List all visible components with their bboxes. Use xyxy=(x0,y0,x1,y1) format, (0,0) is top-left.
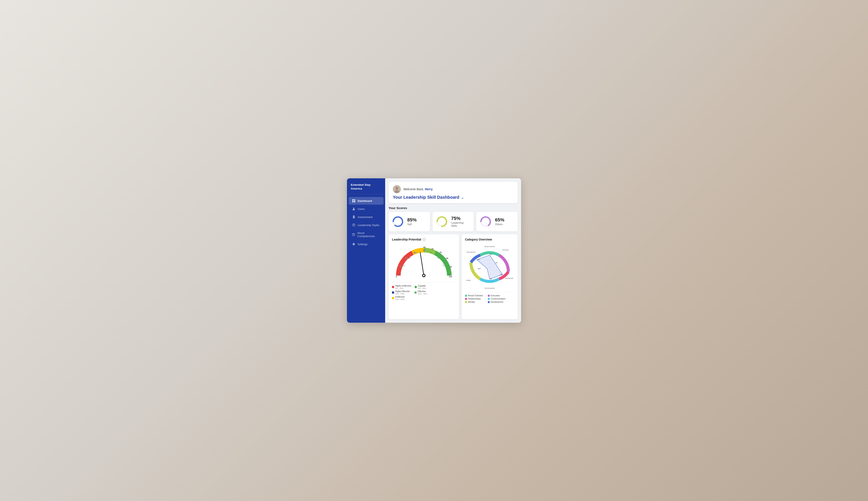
users-icon xyxy=(352,207,356,211)
legend-range: 0% - 20% xyxy=(395,287,403,289)
cat-legend-item: Result Oriented xyxy=(465,295,485,297)
svg-text:30: 30 xyxy=(414,252,416,254)
svg-point-15 xyxy=(393,217,403,226)
sidebar-item-dashboard[interactable]: Dashboard xyxy=(349,197,383,205)
legend-label: Highly Ineffective xyxy=(395,285,411,287)
legend-range: 21% - 40% xyxy=(417,293,427,295)
svg-text:Development: Development xyxy=(466,251,475,253)
donut-self xyxy=(392,216,404,227)
svg-text:20: 20 xyxy=(405,257,407,259)
sidebar-item-assessment[interactable]: Assessment xyxy=(349,213,383,221)
welcome-text: Welcome Back, Herry xyxy=(403,188,433,191)
cat-legend-item: Execution xyxy=(488,295,508,297)
sidebar-item-users[interactable]: Users xyxy=(349,205,383,213)
svg-text:10: 10 xyxy=(399,265,402,267)
sidebar-item-label-dashboard: Dashboard xyxy=(358,199,372,203)
cat-legend-label: Identity xyxy=(468,301,475,303)
score-card-leadership_skills: 75% Leadership Skills xyxy=(433,212,474,231)
leadership_styles-icon xyxy=(352,223,356,227)
svg-marker-53 xyxy=(477,255,502,279)
dashboard-icon xyxy=(352,199,356,203)
score-percent-others: 65% xyxy=(495,217,504,222)
svg-text:90: 90 xyxy=(450,266,452,268)
svg-text:Communication: Communication xyxy=(485,287,495,289)
legend-label: Capable xyxy=(418,285,426,287)
svg-text:80: 80 xyxy=(478,258,480,260)
svg-text:20: 20 xyxy=(490,278,492,280)
avatar xyxy=(393,185,401,193)
category-overview-panel: Category Overview xyxy=(462,234,518,319)
svg-text:0: 0 xyxy=(396,276,397,278)
main-content: Welcome Back, Herry Your Leadership Skil… xyxy=(385,178,521,323)
legend-item: Ineffective 21% - 40% xyxy=(392,296,411,300)
scores-row: 85% Self 75% Leadership Skills 65% Other… xyxy=(389,212,518,231)
header-card: Welcome Back, Herry Your Leadership Skil… xyxy=(389,182,518,203)
svg-text:80: 80 xyxy=(490,253,492,255)
svg-text:Identity: Identity xyxy=(466,280,470,281)
sidebar-item-label-leadership_styles: Leadership Styles xyxy=(358,224,379,227)
legend-dot xyxy=(392,286,394,288)
legend-range: 21% - 40% xyxy=(395,293,404,295)
svg-text:Result Oriented: Result Oriented xyxy=(485,246,495,247)
app-container: Extended Stay America DashboardUsersAsse… xyxy=(347,178,521,323)
legend-label: Ineffective xyxy=(395,296,405,298)
cat-legend-label: Development xyxy=(491,301,503,303)
svg-text:Relationships: Relationships xyxy=(505,277,513,279)
legend-item: Highly Effective 21% - 40% xyxy=(392,290,411,295)
leadership-potential-panel: Leadership Potential i xyxy=(389,234,459,319)
legend-dot xyxy=(415,286,417,288)
score-label-others: Others xyxy=(495,223,504,226)
scores-section: Your Scores 85% Self 75% Leadership Skil… xyxy=(389,206,518,231)
cat-legend-dot xyxy=(465,298,467,300)
scores-label: Your Scores xyxy=(389,206,518,210)
svg-text:80: 80 xyxy=(446,257,448,259)
svg-text:45: 45 xyxy=(496,262,497,264)
dashboard-title-row[interactable]: Your Leadership Skill Dashboard ⌄ xyxy=(393,195,514,200)
svg-point-7 xyxy=(353,224,354,225)
svg-rect-1 xyxy=(354,199,355,201)
svg-rect-0 xyxy=(352,199,353,201)
cat-legend-dot xyxy=(465,301,467,303)
sidebar-item-settings[interactable]: Settings xyxy=(349,240,383,248)
cat-legend-dot xyxy=(488,298,490,300)
cat-legend-dot xyxy=(488,295,490,297)
dashboard-title: Your Leadership Skill Dashboard xyxy=(393,195,459,200)
score-percent-leadership_skills: 75% xyxy=(451,216,470,221)
legend-label: Effective xyxy=(417,290,426,292)
welcome-username: Herry xyxy=(425,188,433,191)
svg-text:100: 100 xyxy=(478,268,481,270)
svg-point-12 xyxy=(395,187,398,190)
cat-legend-label: Result Oriented xyxy=(468,295,483,297)
cat-legend-item: Relationships xyxy=(465,298,485,300)
sidebar-item-about_competencies[interactable]: About Competencies xyxy=(349,229,383,240)
cat-legend-dot xyxy=(488,301,490,303)
category-legend: Result Oriented Execution Relationships … xyxy=(465,292,514,303)
info-icon[interactable]: i xyxy=(423,238,426,241)
legend-dot xyxy=(392,297,394,299)
bottom-panels: Leadership Potential i xyxy=(389,234,518,319)
cat-legend-item: Communication xyxy=(488,298,508,300)
cat-legend-item: Identity xyxy=(465,301,485,303)
chevron-down-icon[interactable]: ⌄ xyxy=(461,195,464,200)
legend-dot xyxy=(392,291,394,294)
category-overview-title: Category Overview xyxy=(465,238,514,241)
score-card-others: 65% Others xyxy=(476,212,518,231)
leadership-potential-title-text: Leadership Potential xyxy=(392,238,421,241)
sidebar-item-label-users: Users xyxy=(358,207,365,211)
category-overview-title-text: Category Overview xyxy=(465,238,492,241)
svg-line-40 xyxy=(420,253,424,276)
sidebar-item-label-settings: Settings xyxy=(358,243,368,246)
score-info-leadership_skills: 75% Leadership Skills xyxy=(451,216,470,227)
legend-dot xyxy=(414,291,416,294)
score-percent-self: 85% xyxy=(407,217,416,222)
svg-point-10 xyxy=(353,234,354,234)
legend-range: 0% - 20% xyxy=(418,287,426,289)
sidebar-nav: DashboardUsersAssessmentLeadership Style… xyxy=(347,194,385,323)
cat-legend-item: Development xyxy=(488,301,508,303)
sidebar-item-leadership_styles[interactable]: Leadership Styles xyxy=(349,221,383,229)
cat-legend-dot xyxy=(465,295,467,297)
legend-range: 21% - 40% xyxy=(395,298,404,300)
cat-legend-label: Communication xyxy=(491,298,505,300)
svg-point-42 xyxy=(423,275,425,276)
score-info-others: 65% Others xyxy=(495,217,504,226)
